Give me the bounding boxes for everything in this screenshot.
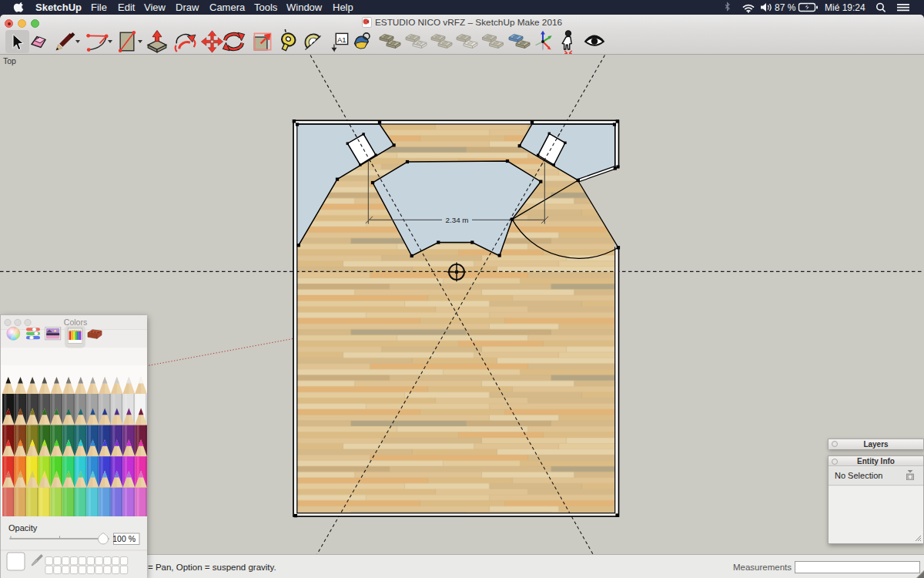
svg-text:A1: A1 <box>337 35 346 44</box>
svg-text:100 %: 100 % <box>112 534 136 543</box>
svg-text:Colors: Colors <box>64 318 87 327</box>
svg-text:87 %: 87 % <box>775 2 796 13</box>
svg-text:2.34 m: 2.34 m <box>446 216 469 224</box>
svg-text:Opacity: Opacity <box>8 523 38 533</box>
svg-text:Mié 19:24: Mié 19:24 <box>825 2 865 13</box>
